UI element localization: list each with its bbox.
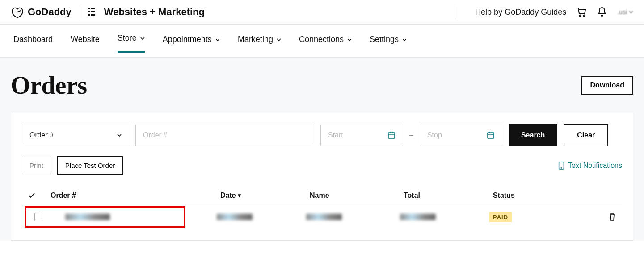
nav-marketing[interactable]: Marketing xyxy=(238,33,281,48)
divider xyxy=(457,5,457,19)
nav-dashboard[interactable]: Dashboard xyxy=(13,33,53,48)
table-row[interactable]: PAID xyxy=(22,204,622,229)
bell-icon[interactable] xyxy=(597,7,607,17)
order-number-cell xyxy=(65,214,110,220)
svg-rect-3 xyxy=(488,133,494,138)
user-menu[interactable]: .usi xyxy=(617,8,633,16)
chevron-down-icon xyxy=(402,37,407,42)
svg-point-5 xyxy=(561,167,561,168)
text-notifications-link[interactable]: Text Notifications xyxy=(558,162,622,170)
help-link[interactable]: Help by GoDaddy Guides xyxy=(475,8,566,17)
row-highlight xyxy=(25,206,185,228)
clear-button[interactable]: Clear xyxy=(564,124,608,146)
svg-point-0 xyxy=(580,15,581,17)
status-badge: PAID xyxy=(489,212,512,222)
chevron-down-icon xyxy=(215,37,220,42)
table-header: Order # Date▼ Name Total Status xyxy=(22,187,622,204)
chevron-down-icon xyxy=(347,37,352,42)
nav-website[interactable]: Website xyxy=(71,33,100,48)
order-search-input[interactable] xyxy=(135,125,314,146)
col-order-header[interactable]: Order # xyxy=(51,192,220,200)
row-checkbox[interactable] xyxy=(34,213,42,221)
apps-grid-icon[interactable] xyxy=(88,8,97,17)
sort-desc-icon: ▼ xyxy=(237,192,242,199)
col-name-header[interactable]: Name xyxy=(310,192,404,200)
chevron-down-icon xyxy=(140,36,145,41)
calendar-icon xyxy=(487,131,495,139)
phone-icon xyxy=(558,162,564,170)
svg-point-1 xyxy=(584,15,585,17)
chevron-down-icon xyxy=(629,10,633,14)
chevron-down-icon xyxy=(277,37,281,42)
date-range-separator: – xyxy=(409,131,413,139)
col-status-header[interactable]: Status xyxy=(493,192,573,200)
cart-icon[interactable] xyxy=(576,7,587,17)
place-test-order-button[interactable]: Place Test Order xyxy=(57,156,123,175)
nav-settings[interactable]: Settings xyxy=(370,33,407,48)
total-cell xyxy=(400,214,436,220)
print-button[interactable]: Print xyxy=(22,157,51,174)
orders-panel: Order # Start – Stop Search Clear Print … xyxy=(11,113,633,241)
date-stop-placeholder: Stop xyxy=(427,131,442,139)
godaddy-logo-icon xyxy=(11,5,24,19)
nav-connections[interactable]: Connections xyxy=(299,33,352,48)
name-cell xyxy=(306,214,342,220)
date-start-input[interactable]: Start xyxy=(320,125,403,146)
text-notifications-label: Text Notifications xyxy=(568,162,622,170)
check-icon[interactable] xyxy=(28,192,35,199)
col-total-header[interactable]: Total xyxy=(404,192,493,200)
download-button[interactable]: Download xyxy=(581,76,633,95)
filter-type-value: Order # xyxy=(29,131,54,139)
date-stop-input[interactable]: Stop xyxy=(420,125,502,146)
chevron-down-icon xyxy=(117,133,122,137)
calendar-icon xyxy=(387,131,396,139)
page-title: Orders xyxy=(11,71,87,100)
search-button[interactable]: Search xyxy=(509,124,557,146)
svg-rect-2 xyxy=(388,133,395,138)
col-date-header[interactable]: Date▼ xyxy=(220,192,310,200)
divider xyxy=(80,5,80,19)
main-nav: Dashboard Website Store Appointments Mar… xyxy=(0,25,644,58)
date-start-placeholder: Start xyxy=(328,131,343,139)
product-title: Websites + Marketing xyxy=(104,6,205,18)
trash-icon[interactable] xyxy=(609,213,616,221)
nav-appointments[interactable]: Appointments xyxy=(163,33,220,48)
brand-name: GoDaddy xyxy=(28,6,72,18)
date-cell xyxy=(217,214,253,220)
filter-type-select[interactable]: Order # xyxy=(22,125,129,146)
nav-store[interactable]: Store xyxy=(118,33,145,53)
brand-logo[interactable]: GoDaddy xyxy=(11,5,72,19)
